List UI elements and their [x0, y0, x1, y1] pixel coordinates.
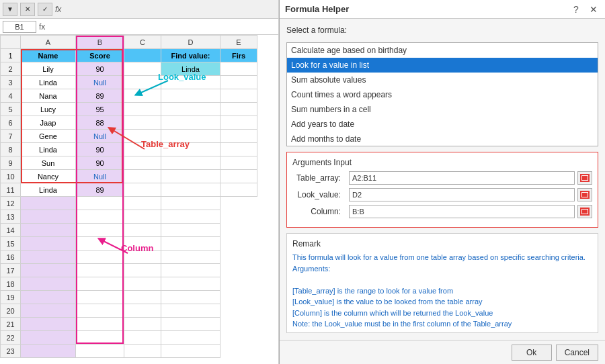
cell-C11[interactable]: [124, 183, 161, 197]
panel-body: Select a formula: Calculate age based on…: [280, 19, 605, 340]
toolbar: ▼ ✕ ✓ fx: [0, 0, 278, 19]
table-row: 4 Nana 89: [1, 89, 257, 103]
table-row: 17: [1, 264, 257, 277]
formula-list[interactable]: Calculate age based on birthday Look for…: [286, 42, 598, 146]
spreadsheet-grid: A B C D E 1 Name Score Find value:: [0, 35, 257, 358]
cell-A3[interactable]: Linda: [21, 76, 76, 89]
cell-C10[interactable]: [124, 170, 161, 183]
table-row: 10 Nancy Null: [1, 170, 257, 183]
cell-A6[interactable]: Jaap: [21, 116, 76, 130]
arg-row-column: Column:: [292, 205, 592, 218]
formula-helper-panel: Formula Helper ? ✕ Select a formula: Cal…: [279, 0, 605, 364]
table-row: 23: [1, 345, 257, 358]
close-button[interactable]: ✕: [588, 3, 600, 15]
help-button[interactable]: ?: [570, 3, 582, 15]
cell-E2[interactable]: [220, 62, 257, 76]
cell-B10[interactable]: Null: [76, 170, 124, 183]
look-value-annotation: Look_value: [158, 72, 206, 82]
confirm-formula-btn[interactable]: ✓: [38, 3, 52, 16]
cell-A1[interactable]: Name: [21, 49, 76, 62]
table-row: 11 Linda 89: [1, 183, 257, 197]
table-row: 19: [1, 291, 257, 304]
formula-item-2[interactable]: Sum absolute values: [287, 73, 598, 87]
formula-bar: fx: [0, 19, 278, 35]
arg-input-table-array[interactable]: [349, 171, 575, 185]
cell-D6[interactable]: [161, 116, 220, 130]
cell-B2[interactable]: 90: [76, 62, 124, 76]
formula-input[interactable]: [48, 21, 276, 33]
cell-D1[interactable]: Find value:: [161, 49, 220, 62]
cell-B11[interactable]: 89: [76, 183, 124, 197]
formula-item-6[interactable]: Add months to date: [287, 132, 598, 146]
cell-C5[interactable]: [124, 103, 161, 116]
cell-E11[interactable]: [220, 183, 257, 197]
panel-titlebar: Formula Helper ? ✕: [280, 0, 605, 19]
panel-controls: ? ✕: [570, 3, 600, 15]
col-header-B[interactable]: B: [76, 36, 124, 49]
remark-title: Remark: [292, 239, 592, 248]
cell-B4[interactable]: 89: [76, 89, 124, 103]
cell-E10[interactable]: [220, 170, 257, 183]
table-array-annotation: Table_array: [141, 139, 190, 149]
cell-A4[interactable]: Nana: [21, 89, 76, 103]
panel-footer: Ok Cancel: [280, 340, 605, 364]
cell-E7[interactable]: [220, 130, 257, 143]
cell-B9[interactable]: 90: [76, 156, 124, 170]
cancel-button[interactable]: Cancel: [556, 345, 598, 361]
cell-A5[interactable]: Lucy: [21, 103, 76, 116]
formula-item-1[interactable]: Look for a value in list: [287, 58, 598, 73]
svg-line-1: [138, 81, 168, 94]
cell-D11[interactable]: [161, 183, 220, 197]
arg-btn-table-array[interactable]: [577, 171, 592, 185]
cell-A2[interactable]: Lily: [21, 62, 76, 76]
table-row: 12: [1, 197, 257, 210]
cell-B3[interactable]: Null: [76, 76, 124, 89]
cell-E6[interactable]: [220, 116, 257, 130]
arg-label-column: Column:: [292, 207, 346, 216]
args-title: Arguments Input: [292, 158, 592, 167]
cell-D9[interactable]: [161, 156, 220, 170]
cell-A8[interactable]: Linda: [21, 143, 76, 156]
arg-btn-column[interactable]: [577, 205, 592, 218]
formula-item-5[interactable]: Add years to date: [287, 117, 598, 132]
col-header-E[interactable]: E: [220, 36, 257, 49]
cell-E3[interactable]: [220, 76, 257, 89]
cancel-formula-btn[interactable]: ✕: [20, 3, 35, 16]
cell-E5[interactable]: [220, 103, 257, 116]
table-row: 13: [1, 210, 257, 224]
table-row: 5 Lucy 95: [1, 103, 257, 116]
grid-container: A B C D E 1 Name Score Find value:: [0, 35, 278, 364]
table-row: 1 Name Score Find value: Firs: [1, 49, 257, 62]
arg-input-column[interactable]: [349, 205, 575, 218]
arg-input-look-value[interactable]: [349, 188, 575, 201]
col-header-A[interactable]: A: [21, 36, 76, 49]
cell-A7[interactable]: Gene: [21, 130, 76, 143]
cell-E8[interactable]: [220, 143, 257, 156]
cell-A11[interactable]: Linda: [21, 183, 76, 197]
cell-E1[interactable]: Firs: [220, 49, 257, 62]
dropdown-btn[interactable]: ▼: [3, 3, 17, 16]
cell-E9[interactable]: [220, 156, 257, 170]
table-row: 21: [1, 318, 257, 331]
spreadsheet-panel: ▼ ✕ ✓ fx fx A: [0, 0, 279, 364]
col-header-D[interactable]: D: [161, 36, 220, 49]
cell-D10[interactable]: [161, 170, 220, 183]
cell-E4[interactable]: [220, 89, 257, 103]
ok-button[interactable]: Ok: [512, 345, 552, 361]
arg-btn-look-value[interactable]: [577, 188, 592, 201]
cell-B5[interactable]: 95: [76, 103, 124, 116]
cell-B1[interactable]: Score: [76, 49, 124, 62]
formula-item-4[interactable]: Sum numbers in a cell: [287, 102, 598, 117]
cell-C9[interactable]: [124, 156, 161, 170]
arg-label-look-value: Look_value:: [292, 190, 346, 199]
formula-item-0[interactable]: Calculate age based on birthday: [287, 43, 598, 58]
cell-D5[interactable]: [161, 103, 220, 116]
cell-A10[interactable]: Nancy: [21, 170, 76, 183]
arguments-section: Arguments Input Table_array: Look_value:…: [286, 152, 598, 228]
formula-item-3[interactable]: Count times a word appears: [287, 87, 598, 102]
name-box[interactable]: [3, 21, 36, 33]
select-formula-label: Select a formula:: [286, 26, 598, 35]
cell-A9[interactable]: Sun: [21, 156, 76, 170]
cell-C1[interactable]: [124, 49, 161, 62]
col-header-C[interactable]: C: [124, 36, 161, 49]
